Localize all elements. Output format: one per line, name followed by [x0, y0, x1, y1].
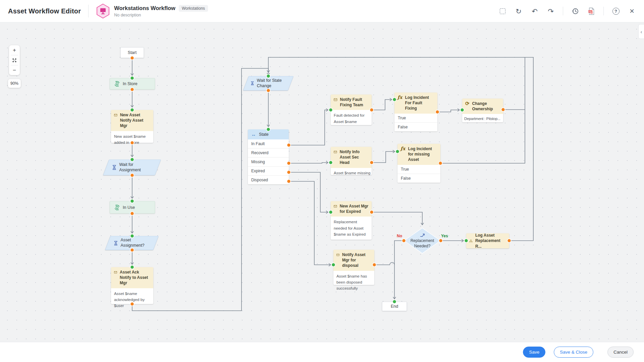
node-wait-for-state-change[interactable]: Wait for State Change [246, 76, 291, 90]
node-new-asset-notify[interactable]: New Asset Notify Asset Mgr New asset $na… [111, 110, 153, 143]
node-log-incident-missing[interactable]: ƒx Log Incident for missing Asset True F… [397, 144, 440, 183]
circular-arrows-icon: ⟳ [465, 101, 470, 106]
marquee-select-button[interactable] [498, 7, 506, 15]
node-in-store[interactable]: In Store [110, 78, 155, 89]
hourglass-icon [251, 80, 254, 86]
node-title: Asset Ack Notify to Asset Mgr [120, 269, 150, 286]
node-title: State [259, 132, 269, 137]
condition-false[interactable]: False [394, 122, 437, 131]
footer-bar: Save Save & Close Cancel [0, 342, 644, 362]
cancel-button[interactable]: Cancel [607, 347, 634, 358]
undo-button[interactable]: ↶ [531, 7, 539, 15]
node-replacement-needed[interactable]: Replacement Needed? [404, 228, 441, 254]
function-icon: ƒx [397, 95, 402, 100]
chevron-left-icon: ‹ [641, 29, 642, 35]
envelope-icon [114, 113, 117, 117]
node-asset-ack-notify[interactable]: Asset Ack Notify to Asset Mgr Asset $nam… [111, 267, 153, 304]
state-option-missing[interactable]: Missing [248, 157, 289, 166]
close-editor-button[interactable]: × [628, 7, 636, 15]
workflow-canvas[interactable]: + − 90% ‹ Start In St [0, 22, 644, 342]
header: Asset Workflow Editor Workstations Workf… [0, 0, 644, 22]
edge-disposed [289, 181, 331, 265]
node-change-ownership[interactable]: ⟳ Change Ownership Department : Pitstop.… [462, 99, 503, 122]
node-notify-info-sec-head[interactable]: Notify Info Asset Sec Head Asset $name m… [331, 147, 372, 175]
asset-state-icon [114, 81, 120, 87]
refresh-button[interactable]: ↻ [515, 7, 523, 15]
node-asset-assignment[interactable]: Asset Assignment? [108, 236, 156, 250]
condition-false[interactable]: False [397, 174, 440, 183]
edge-no-branch [394, 241, 404, 299]
node-body: Asset $name has been disposed successful… [333, 271, 374, 294]
canvas-zoom-controls: + − [9, 45, 20, 75]
zoom-level-badge: 90% [8, 79, 21, 88]
help-button[interactable]: ? [612, 7, 620, 15]
node-title: New Asset Mgr for Expired [340, 203, 369, 214]
node-state-switch[interactable]: ↔ State In Fault Recoverd Missing Expire… [248, 129, 289, 184]
pdf-file-icon: PDF [588, 7, 595, 15]
node-title: Log Incident For Fault Fixing [405, 95, 434, 111]
node-end-label: End [391, 304, 398, 309]
edge-expired [289, 172, 328, 212]
history-button[interactable] [571, 7, 579, 15]
function-icon: ƒx [400, 146, 405, 151]
node-body: Department : Pitstop... [462, 114, 503, 124]
branch-decision-icon [420, 233, 425, 237]
condition-true[interactable]: True [397, 165, 440, 174]
node-body: Asset $name missing [331, 168, 372, 179]
node-start-label: Start [128, 50, 137, 55]
switch-arrows-icon: ↔ [251, 132, 256, 137]
close-icon: × [630, 7, 634, 15]
edge-merge [374, 262, 394, 265]
workflow-hexagon-icon [96, 3, 110, 19]
export-pdf-button[interactable]: PDF [587, 7, 595, 15]
node-in-use-label: In Use [123, 205, 135, 210]
state-option-disposed[interactable]: Disposed [248, 175, 289, 184]
edge-missing [289, 163, 328, 163]
node-body: Fault detected for Asset $name [331, 110, 372, 127]
node-title: Notify Info Asset Sec Head [340, 149, 369, 166]
state-option-expired[interactable]: Expired [248, 166, 289, 175]
port-group [130, 56, 511, 306]
condition-true[interactable]: True [394, 114, 437, 122]
node-start[interactable]: Start [120, 47, 144, 58]
save-button[interactable]: Save [523, 347, 545, 358]
node-log-incident-fault[interactable]: ƒx Log Incident For Fault Fixing True Fa… [394, 93, 437, 131]
plus-icon: + [13, 47, 16, 54]
node-log-asset-replacement[interactable]: Log Asset Replacement R... [466, 233, 509, 248]
svg-text:PDF: PDF [589, 10, 592, 12]
node-title: Log Incident for missing Asset [408, 146, 437, 163]
toolbar-separator [563, 7, 563, 15]
node-notify-disposal[interactable]: Notify Asset Mgr for disposal Asset $nam… [333, 250, 374, 285]
workflow-name: Workstations Workflow [114, 5, 175, 11]
node-in-use[interactable]: In Use [110, 201, 155, 214]
edge-in-fault [289, 110, 328, 145]
zoom-out-button[interactable]: − [9, 65, 20, 75]
edge [372, 100, 392, 110]
state-option-in-fault[interactable]: In Fault [248, 139, 289, 148]
envelope-icon [114, 270, 117, 275]
workflow-description[interactable]: No description [114, 13, 208, 17]
fit-screen-button[interactable] [9, 55, 20, 65]
redo-button[interactable]: ↷ [547, 7, 555, 15]
save-and-close-button[interactable]: Save & Close [554, 347, 593, 358]
history-clock-icon [572, 8, 579, 15]
node-label: Asset Assignment? [121, 238, 150, 248]
node-body: New asset $name added in store [111, 131, 153, 148]
node-new-asset-mgr-expired[interactable]: New Asset Mgr for Expired Replacement ne… [331, 201, 372, 240]
node-notify-fault-fixing[interactable]: Notify Fault Fixing Team Fault detected … [331, 95, 372, 125]
help-icon: ? [612, 8, 620, 15]
node-label: Wait for Assignment [119, 162, 152, 173]
node-title: Notify Asset Mgr for disposal [342, 252, 371, 268]
workflow-tag-badge: Workstations [179, 5, 208, 12]
envelope-icon [334, 98, 337, 102]
state-option-recoverd[interactable]: Recoverd [248, 148, 289, 157]
fit-screen-icon [12, 58, 17, 63]
node-title: Notify Fault Fixing Team [340, 97, 369, 108]
branch-no-label: No [397, 234, 402, 238]
node-wait-for-assignment[interactable]: Wait for Assignment [106, 160, 158, 175]
node-end[interactable]: End [382, 302, 407, 311]
branch-yes-label: Yes [441, 234, 448, 238]
app-title: Asset Workflow Editor [8, 7, 81, 15]
zoom-in-button[interactable]: + [9, 45, 20, 55]
expand-panel-button[interactable]: ‹ [638, 24, 644, 39]
